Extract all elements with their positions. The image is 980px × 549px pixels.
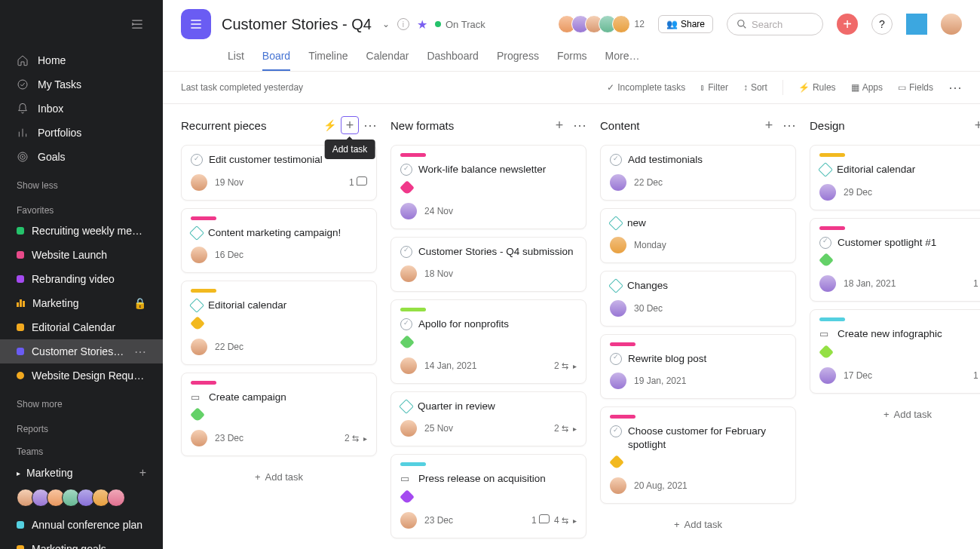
team-project[interactable]: Annual conference plan (0, 513, 163, 537)
nav-my-tasks[interactable]: My Tasks (0, 72, 163, 97)
tag-icon[interactable] (400, 335, 415, 350)
column-more[interactable]: ⋯ (782, 117, 796, 133)
assignee-avatar[interactable] (610, 300, 626, 317)
subtask-count[interactable]: 2 (554, 360, 568, 371)
tab-board[interactable]: Board (262, 45, 290, 71)
tag-icon[interactable] (819, 253, 834, 268)
due-date[interactable]: 22 Dec (215, 342, 243, 352)
task-card[interactable]: Apollo for nonprofits14 Jan, 20212 (390, 299, 586, 384)
task-card[interactable]: Content marketing campaign!16 Dec (181, 208, 377, 274)
help-button[interactable]: ? (871, 14, 893, 35)
column-more[interactable]: ⋯ (573, 117, 586, 133)
tag-icon[interactable] (819, 345, 834, 360)
show-more-link[interactable]: Show more (0, 394, 163, 415)
tag-icon[interactable] (609, 455, 624, 470)
due-date[interactable]: 22 Dec (634, 177, 663, 188)
assignee-avatar[interactable] (400, 512, 417, 529)
tag-icon[interactable] (400, 489, 415, 505)
apps-button[interactable]: ▦ Apps (851, 82, 883, 93)
column-more[interactable]: ⋯ (363, 117, 377, 133)
due-date[interactable]: 29 Dec (844, 187, 872, 198)
tab-forms[interactable]: Forms (557, 45, 587, 71)
subtask-count[interactable]: 2 (345, 433, 359, 443)
due-date[interactable]: 20 Aug, 2021 (634, 480, 688, 491)
due-date[interactable]: 14 Jan, 2021 (424, 360, 476, 371)
reports-header[interactable]: Reports (0, 415, 163, 437)
nav-inbox[interactable]: Inbox (0, 97, 163, 121)
nav-portfolios[interactable]: Portfolios (0, 121, 163, 145)
nav-goals[interactable]: Goals (0, 145, 163, 169)
add-task-plus[interactable]: + (760, 116, 778, 134)
assignee-avatar[interactable] (191, 247, 207, 263)
team-marketing[interactable]: ▸ Marketing + (0, 460, 163, 486)
assignee-avatar[interactable] (191, 339, 207, 355)
due-date[interactable]: 23 Dec (215, 433, 243, 443)
subtask-count[interactable]: 1 (973, 370, 980, 381)
assignee-avatar[interactable] (400, 357, 417, 374)
favorites-header[interactable]: Favorites (0, 196, 163, 219)
milestone-icon[interactable] (189, 298, 204, 313)
fav-item[interactable]: Customer Stories - Q4⋯ (0, 339, 163, 363)
fav-item[interactable]: Website Design Reque… (0, 363, 163, 388)
assignee-avatar[interactable] (819, 367, 836, 384)
task-card[interactable]: Customer spotlight #118 Jan, 20211 (810, 218, 980, 302)
status-pill[interactable]: On Track (435, 19, 485, 30)
due-date[interactable]: 18 Nov (424, 268, 453, 279)
tag-icon[interactable] (190, 407, 205, 422)
complete-check[interactable] (400, 164, 412, 176)
subtask-count[interactable]: 4 (554, 515, 568, 526)
assignee-avatar[interactable] (610, 174, 626, 191)
share-button[interactable]: 👥Share (658, 15, 713, 33)
due-date[interactable]: 18 Jan, 2021 (844, 278, 896, 289)
task-card[interactable]: Editorial calendar22 Dec (181, 281, 377, 365)
task-card[interactable]: Customer Stories - Q4 submission18 Nov (390, 237, 586, 293)
member-avatars[interactable]: 12 (558, 15, 645, 33)
team-project[interactable]: Marketing goals (0, 537, 163, 549)
due-date[interactable]: 23 Dec (424, 515, 453, 526)
fav-item[interactable]: Website Launch (0, 243, 163, 267)
task-card[interactable]: ▭Create new infographic17 Dec1 (810, 309, 980, 394)
tag-icon[interactable] (190, 316, 205, 331)
due-date[interactable]: 24 Nov (424, 206, 453, 216)
complete-check[interactable] (610, 353, 622, 365)
milestone-icon[interactable] (818, 162, 833, 177)
column-title[interactable]: New formats (390, 119, 546, 132)
rules-button[interactable]: ⚡ Rules (798, 82, 836, 93)
milestone-icon[interactable] (189, 225, 204, 241)
add-task-button[interactable]: +Add task (390, 546, 586, 549)
task-card[interactable]: Rewrite blog post19 Jan, 2021 (600, 334, 796, 400)
assignee-avatar[interactable] (610, 373, 626, 389)
task-card[interactable]: Changes30 Dec (600, 271, 796, 327)
column-title[interactable]: Content (600, 119, 755, 132)
comment-count[interactable]: 1 (531, 514, 550, 526)
complete-check[interactable] (819, 237, 831, 249)
expand-icon[interactable] (573, 515, 577, 526)
sort-button[interactable]: ↕ Sort (743, 82, 767, 93)
project-title[interactable]: Customer Stories - Q4 (222, 16, 372, 33)
global-add-button[interactable]: + (837, 14, 858, 35)
assignee-avatar[interactable] (610, 237, 626, 253)
add-task-plus[interactable]: +Add task (341, 116, 359, 134)
complete-check[interactable] (610, 425, 622, 437)
complete-check[interactable] (400, 318, 412, 330)
assignee-avatar[interactable] (610, 477, 626, 494)
assignee-avatar[interactable] (400, 265, 417, 282)
due-date[interactable]: 19 Jan, 2021 (634, 376, 686, 386)
teams-header[interactable]: Teams (0, 437, 163, 460)
lightning-icon[interactable]: ⚡ (323, 119, 336, 131)
show-less-link[interactable]: Show less (0, 175, 163, 196)
due-date[interactable]: 25 Nov (424, 423, 453, 434)
task-card[interactable]: newMonday (600, 208, 796, 264)
add-team-project-button[interactable]: + (139, 466, 146, 480)
assignee-avatar[interactable] (819, 275, 836, 292)
task-card[interactable]: Work-life balance newsletter24 Nov (390, 145, 586, 229)
comment-count[interactable]: 1 (349, 176, 367, 188)
toolbar-more[interactable]: ⋯ (948, 79, 962, 96)
column-title[interactable]: Design (810, 119, 965, 132)
task-card[interactable]: Choose customer for February spotlight20… (600, 406, 796, 504)
milestone-icon[interactable] (399, 399, 414, 414)
add-task-button[interactable]: +Add task (181, 464, 377, 490)
upgrade-badge[interactable] (906, 14, 927, 35)
subtask-count[interactable]: 2 (554, 423, 568, 434)
due-date[interactable]: 30 Dec (634, 303, 663, 314)
